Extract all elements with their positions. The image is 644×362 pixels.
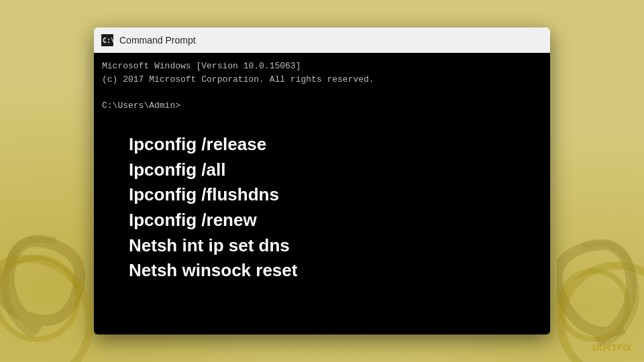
- titlebar-title: Command Prompt: [119, 35, 543, 46]
- terminal-line-4: C:\Users\Admin>: [102, 99, 542, 113]
- terminal-line-3: [102, 86, 542, 99]
- deco-circle-left2: [0, 255, 80, 342]
- cmd-commands-list: Ipconfig /release Ipconfig /all Ipconfig…: [102, 132, 542, 284]
- terminal-output: Microsoft Windows [Version 10.0.15063] (…: [102, 60, 542, 112]
- cmd-command-1: Ipconfig /release: [129, 132, 542, 158]
- cmd-command-5: Netsh int ip set dns: [129, 233, 542, 259]
- cmd-command-4: Ipconfig /renew: [129, 208, 542, 233]
- cmd-body[interactable]: Microsoft Windows [Version 10.0.15063] (…: [94, 53, 550, 335]
- cmd-window: C:\ Command Prompt Microsoft Windows [Ve…: [94, 27, 550, 335]
- terminal-line-1: Microsoft Windows [Version 10.0.15063]: [102, 60, 542, 73]
- terminal-line-2: (c) 2017 Microsoft Corporation. All righ…: [102, 73, 542, 86]
- right-swirl-icon: [557, 228, 644, 349]
- ugetfix-logo: UG<TFIX: [592, 343, 632, 353]
- left-swirl-icon: [0, 208, 94, 342]
- cmd-command-6: Netsh winsock reset: [129, 258, 542, 284]
- svg-text:C:\: C:\: [103, 37, 113, 44]
- deco-circle-right2: [557, 268, 631, 342]
- cmd-icon: C:\: [101, 34, 114, 47]
- deco-circle-left: [0, 255, 94, 362]
- cmd-titlebar: C:\ Command Prompt: [94, 27, 550, 53]
- cmd-command-3: Ipconfig /flushdns: [129, 182, 542, 208]
- cmd-command-2: Ipconfig /all: [129, 158, 542, 183]
